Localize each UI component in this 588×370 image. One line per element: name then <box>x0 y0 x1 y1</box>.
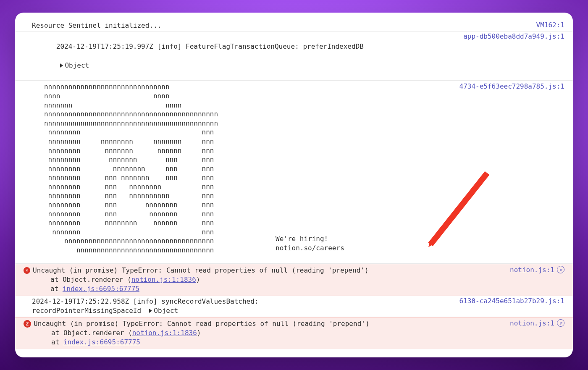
stack-close: ) <box>197 329 201 337</box>
log-row-ascii-art: nnnnnnnnnnnnnnnnnnnnnnnnnnnnnnn nnnn nnn… <box>15 81 573 263</box>
source-link[interactable]: VM162:1 <box>528 21 564 29</box>
source-link[interactable]: notion.js:1 ⌀ <box>501 266 564 274</box>
log-text: 2024-12-19T17:25:22.958Z [info] syncReco… <box>32 297 258 315</box>
log-text: 2024-12-19T17:25:19.997Z [info] FeatureF… <box>56 42 364 50</box>
stack-at: at <box>51 338 63 346</box>
source-link[interactable]: notion.js:1 ⌀ <box>501 319 564 327</box>
stack-at: at Object.renderer ( <box>51 329 132 337</box>
expand-triangle-icon[interactable] <box>149 309 152 313</box>
error-body: Uncaught (in promise) TypeError: Cannot … <box>34 319 501 347</box>
source-link[interactable]: 4734-e5f63eec7298a785.js:1 <box>451 82 564 90</box>
stack-link[interactable]: notion.js:1:1836 <box>132 329 197 337</box>
source-link-text: notion.js:1 <box>510 266 554 274</box>
stack-at: at Object.renderer ( <box>50 276 131 283</box>
log-row: Resource Sentinel initialized... VM162:1 <box>15 13 573 31</box>
error-message: Uncaught (in promise) TypeError: Cannot … <box>33 266 369 274</box>
error-icon: ✕ <box>24 267 30 274</box>
error-count-badge: 2 <box>24 320 31 328</box>
source-link[interactable]: 6130-ca245e651ab27b29.js:1 <box>451 297 564 305</box>
object-label[interactable]: Object <box>65 61 89 69</box>
error-body: Uncaught (in promise) TypeError: Cannot … <box>33 266 501 294</box>
log-message: Resource Sentinel initialized... <box>32 21 528 30</box>
source-link-text: notion.js:1 <box>510 319 554 327</box>
console-error-row: 2 Uncaught (in promise) TypeError: Canno… <box>15 317 573 349</box>
object-label[interactable]: Object <box>154 307 178 315</box>
stack-at: at <box>50 285 63 293</box>
stack-link[interactable]: index.js:6695:67775 <box>63 285 139 293</box>
source-link[interactable]: app-db500eba8dd7a949.js:1 <box>455 32 564 40</box>
source-badge-icon: ⌀ <box>557 266 564 273</box>
stack-close: ) <box>196 276 200 283</box>
ascii-art: nnnnnnnnnnnnnnnnnnnnnnnnnnnnnnn nnnn nnn… <box>32 82 218 255</box>
stack-link[interactable]: index.js:6695:67775 <box>63 338 140 346</box>
console-panel: Resource Sentinel initialized... VM162:1… <box>15 13 573 357</box>
error-stack: at Object.renderer (notion.js:1:1836) at… <box>33 275 501 294</box>
error-stack: at Object.renderer (notion.js:1:1836) at… <box>34 328 501 347</box>
log-message: 2024-12-19T17:25:19.997Z [info] FeatureF… <box>32 32 455 79</box>
expand-triangle-icon[interactable] <box>60 63 63 68</box>
hiring-message: We're hiring! notion.so/careers <box>276 234 344 253</box>
source-badge-icon: ⌀ <box>557 319 564 327</box>
console-error-row: ✕ Uncaught (in promise) TypeError: Canno… <box>15 264 573 296</box>
error-message: Uncaught (in promise) TypeError: Cannot … <box>34 320 370 328</box>
stack-link[interactable]: notion.js:1:1836 <box>131 276 196 283</box>
log-row: 2024-12-19T17:25:19.997Z [info] FeatureF… <box>15 31 573 81</box>
log-row: 2024-12-19T17:25:22.958Z [info] syncReco… <box>15 296 573 317</box>
log-message: 2024-12-19T17:25:22.958Z [info] syncReco… <box>32 297 451 316</box>
